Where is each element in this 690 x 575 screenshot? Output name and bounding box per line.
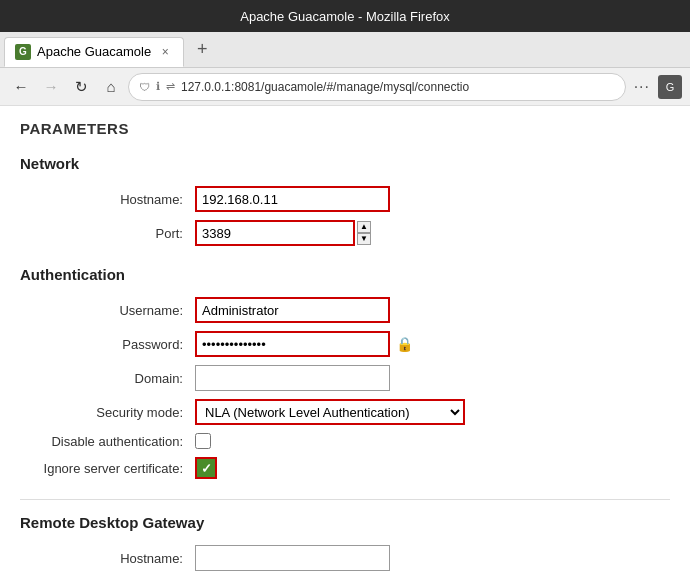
disable-auth-row: Disable authentication: xyxy=(20,433,670,449)
password-label: Password: xyxy=(20,337,195,352)
port-input[interactable] xyxy=(195,220,355,246)
port-spinner[interactable]: ▲ ▼ xyxy=(357,221,371,245)
domain-input[interactable] xyxy=(195,365,390,391)
password-wrapper: 🔒 xyxy=(195,331,413,357)
security-select[interactable]: Any RDP TLS NLA (Network Level Authentic… xyxy=(195,399,465,425)
lock-icon: ℹ xyxy=(156,80,160,93)
extension-button[interactable]: G xyxy=(658,75,682,99)
checkmark-icon: ✓ xyxy=(201,462,212,475)
page-content: PARAMETERS Network Hostname: Port: ▲ ▼ A… xyxy=(0,106,690,575)
disable-auth-checkbox[interactable] xyxy=(195,433,211,449)
tab-favicon: G xyxy=(15,44,31,60)
security-row: Security mode: Any RDP TLS NLA (Network … xyxy=(20,399,670,425)
authentication-section: Authentication Username: Password: 🔒 Dom… xyxy=(20,266,670,479)
address-bar[interactable]: 🛡 ℹ ⇌ 127.0.0.1:8081/guacamole/#/manage/… xyxy=(128,73,626,101)
connection-icon: ⇌ xyxy=(166,80,175,93)
username-input[interactable] xyxy=(195,297,390,323)
rdp-hostname-row: Hostname: xyxy=(20,545,670,571)
port-label: Port: xyxy=(20,226,195,241)
titlebar-text: Apache Guacamole - Mozilla Firefox xyxy=(240,9,450,24)
authentication-section-title: Authentication xyxy=(20,266,670,285)
security-label: Security mode: xyxy=(20,405,195,420)
tab-label: Apache Guacamole xyxy=(37,44,151,59)
hostname-label: Hostname: xyxy=(20,192,195,207)
disable-auth-label: Disable authentication: xyxy=(20,434,195,449)
rdp-hostname-input[interactable] xyxy=(195,545,390,571)
titlebar: Apache Guacamole - Mozilla Firefox xyxy=(0,0,690,32)
shield-icon: 🛡 xyxy=(139,81,150,93)
ignore-cert-label: Ignore server certificate: xyxy=(20,461,195,476)
new-tab-button[interactable]: + xyxy=(190,38,214,62)
password-row: Password: 🔒 xyxy=(20,331,670,357)
network-section: Network Hostname: Port: ▲ ▼ xyxy=(20,155,670,246)
username-label: Username: xyxy=(20,303,195,318)
active-tab[interactable]: G Apache Guacamole × xyxy=(4,37,184,67)
tab-close-button[interactable]: × xyxy=(157,44,173,60)
username-row: Username: xyxy=(20,297,670,323)
ignore-cert-checkbox-inner: ✓ xyxy=(197,459,215,477)
port-down-button[interactable]: ▼ xyxy=(357,233,371,245)
domain-label: Domain: xyxy=(20,371,195,386)
navbar: ← → ↻ ⌂ 🛡 ℹ ⇌ 127.0.0.1:8081/guacamole/#… xyxy=(0,68,690,106)
rdp-gateway-title: Remote Desktop Gateway xyxy=(20,514,670,533)
more-button[interactable]: ··· xyxy=(630,78,654,96)
domain-row: Domain: xyxy=(20,365,670,391)
ignore-cert-checkbox-wrapper[interactable]: ✓ xyxy=(195,457,217,479)
back-button[interactable]: ← xyxy=(8,74,34,100)
hostname-row: Hostname: xyxy=(20,186,670,212)
port-input-wrapper: ▲ ▼ xyxy=(195,220,371,246)
reload-button[interactable]: ↻ xyxy=(68,74,94,100)
tabbar: G Apache Guacamole × + xyxy=(0,32,690,68)
rdp-gateway-section: Remote Desktop Gateway Hostname: xyxy=(20,514,670,571)
password-reveal-icon[interactable]: 🔒 xyxy=(396,336,413,352)
section-divider xyxy=(20,499,670,500)
forward-button[interactable]: → xyxy=(38,74,64,100)
hostname-input[interactable] xyxy=(195,186,390,212)
url-text: 127.0.0.1:8081/guacamole/#/manage/mysql/… xyxy=(181,80,615,94)
disable-auth-checkbox-wrapper xyxy=(195,433,211,449)
ignore-cert-row: Ignore server certificate: ✓ xyxy=(20,457,670,479)
home-button[interactable]: ⌂ xyxy=(98,74,124,100)
port-up-button[interactable]: ▲ xyxy=(357,221,371,233)
page-title: PARAMETERS xyxy=(20,120,670,137)
network-section-title: Network xyxy=(20,155,670,174)
rdp-hostname-label: Hostname: xyxy=(20,551,195,566)
password-input[interactable] xyxy=(195,331,390,357)
port-row: Port: ▲ ▼ xyxy=(20,220,670,246)
